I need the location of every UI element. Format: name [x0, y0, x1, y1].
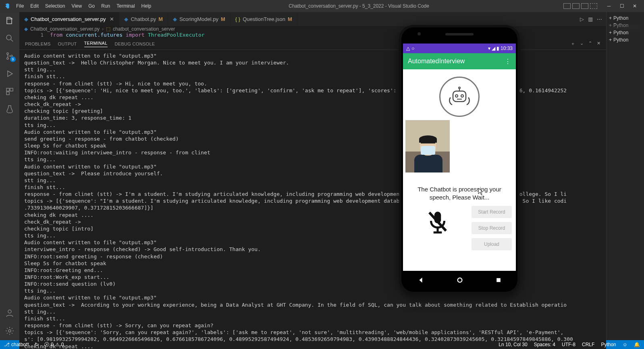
nav-back-icon[interactable]: [417, 276, 424, 284]
tab-questiontree[interactable]: { } QuestionTree.json M: [231, 12, 297, 26]
menu-run[interactable]: Run: [98, 3, 113, 9]
terminal-item[interactable]: +Python: [608, 15, 642, 22]
menu-file[interactable]: File: [13, 3, 27, 9]
source-control-icon[interactable]: 9: [4, 51, 15, 61]
nav-recents-icon[interactable]: [495, 277, 502, 283]
breadcrumb-file[interactable]: Chatbot_conversation_server.py: [30, 26, 100, 32]
breadcrumb-symbol[interactable]: chatbot_conversation_server: [113, 26, 175, 32]
chevron-right-icon: ›: [102, 26, 104, 32]
layout-icon[interactable]: [590, 3, 597, 9]
app-bar: AutomatedInterview ⋮: [403, 53, 516, 69]
start-record-button[interactable]: Start Record: [472, 206, 512, 218]
svg-rect-9: [453, 91, 466, 102]
layout-icon[interactable]: [572, 3, 580, 9]
nav-home-icon[interactable]: [456, 276, 463, 284]
status-sync[interactable]: ↻: [35, 342, 39, 347]
terminal-label: Python: [613, 15, 628, 21]
status-eol[interactable]: CRLF: [582, 342, 594, 347]
search-icon[interactable]: [4, 33, 15, 44]
status-notifications-icon[interactable]: 🔔: [634, 342, 640, 347]
layout-controls[interactable]: [563, 3, 597, 9]
warning-icon: ⚠: [55, 342, 60, 347]
svg-point-14: [458, 278, 462, 283]
terminal-list: +Python +Python +Python +Python: [606, 12, 644, 340]
menu-terminal[interactable]: Terminal: [113, 3, 138, 9]
minimap[interactable]: [609, 24, 641, 30]
line-number: 1: [31, 32, 44, 38]
maximize-button[interactable]: ☐: [616, 2, 628, 10]
status-branch[interactable]: ⎇chatbot*: [4, 342, 29, 347]
tab-scoringmodel[interactable]: ◆ ScoringModel.py M: [168, 12, 231, 26]
account-icon[interactable]: [4, 308, 15, 318]
status-spaces[interactable]: Spaces: 4: [534, 342, 555, 347]
menu-edit[interactable]: Edit: [27, 3, 42, 9]
tab-close-icon[interactable]: ✕: [110, 16, 114, 22]
layout-icon[interactable]: [581, 3, 588, 9]
status-encoding[interactable]: UTF-8: [562, 342, 575, 347]
tab-label: Chatbot_conversation_server.py: [31, 16, 106, 22]
close-panel-icon[interactable]: ✕: [597, 41, 600, 47]
chevron-down-icon[interactable]: ⌄: [580, 41, 584, 47]
panel-tab-problems[interactable]: PROBLEMS: [25, 42, 51, 46]
phone-screen: △ ○ ▾ ◢ ▮ 10:33 AutomatedInterview ⋮: [403, 44, 516, 271]
menu-help[interactable]: Help: [138, 3, 155, 9]
tab-label: QuestionTree.json: [243, 16, 285, 22]
svg-point-7: [8, 310, 11, 313]
minimize-button[interactable]: ─: [603, 2, 615, 10]
signal-icon: ◢: [492, 46, 495, 51]
settings-gear-icon[interactable]: [4, 326, 15, 336]
vscode-logo-icon: [3, 3, 10, 9]
more-actions-icon[interactable]: ⋯: [597, 16, 602, 22]
modified-dot-icon: M: [158, 16, 163, 22]
svg-point-12: [459, 87, 460, 89]
stop-record-button[interactable]: Stop Record: [472, 222, 512, 234]
status-ln-col[interactable]: Ln 10, Col 30: [499, 342, 527, 347]
menu-view[interactable]: View: [68, 3, 85, 9]
panel-tab-output[interactable]: OUTPUT: [58, 42, 77, 46]
panel-tab-terminal[interactable]: TERMINAL: [84, 41, 108, 47]
clock-text: 10:33: [501, 46, 513, 51]
menu-selection[interactable]: Selection: [42, 3, 68, 9]
status-problems[interactable]: ⓧ0 ⚠0: [44, 341, 64, 348]
upload-button[interactable]: Upload: [472, 238, 512, 250]
warning-triangle-icon: △: [406, 46, 410, 51]
plus-icon: +: [609, 37, 612, 43]
terminal-item[interactable]: +Python: [608, 29, 642, 36]
run-debug-icon[interactable]: [4, 69, 15, 79]
close-button[interactable]: ✕: [629, 2, 641, 10]
split-editor-icon[interactable]: ▥: [588, 16, 593, 22]
python-file-icon: ◆: [173, 16, 177, 22]
explorer-icon[interactable]: [4, 15, 15, 26]
panel-tab-debug-console[interactable]: DEBUG CONSOLE: [115, 42, 155, 46]
tab-chatbot-server[interactable]: ◆ Chatbot_conversation_server.py ✕: [19, 12, 119, 26]
plus-icon: +: [609, 30, 612, 35]
run-file-icon[interactable]: ▷: [580, 16, 584, 22]
terminal-label: Python: [613, 30, 628, 35]
android-emulator: △ ○ ▾ ◢ ▮ 10:33 AutomatedInterview ⋮: [399, 25, 520, 294]
phone-speaker-icon: [445, 33, 474, 35]
new-terminal-icon[interactable]: ＋: [571, 41, 575, 47]
testing-icon[interactable]: [4, 104, 15, 114]
status-language[interactable]: Python: [601, 342, 616, 347]
extensions-icon[interactable]: [4, 86, 15, 97]
status-feedback-icon[interactable]: ☺: [623, 342, 627, 347]
svg-point-1: [7, 53, 8, 54]
breadcrumb[interactable]: ◆ Chatbot_conversation_server.py › ⬚ cha…: [19, 26, 606, 32]
scm-badge: 9: [10, 56, 16, 62]
camera-preview: [405, 120, 450, 172]
plus-icon: +: [609, 15, 612, 21]
layout-icon[interactable]: [563, 3, 571, 9]
android-nav-bar: [401, 274, 517, 286]
python-file-icon: ◆: [24, 26, 28, 32]
menu-go[interactable]: Go: [85, 3, 98, 9]
tab-label: Chatbot.py: [131, 16, 156, 22]
tab-chatbot[interactable]: ◆ Chatbot.py M: [119, 12, 168, 26]
maximize-panel-icon[interactable]: ⌃: [588, 41, 592, 47]
wifi-icon: ▾: [488, 46, 490, 51]
overflow-menu-icon[interactable]: ⋮: [505, 58, 511, 65]
svg-point-0: [6, 35, 11, 40]
processing-status-text: The Chatbot is processing your speech, P…: [405, 185, 513, 201]
terminal-item[interactable]: +Python: [608, 36, 642, 44]
svg-point-2: [7, 58, 8, 59]
robot-avatar-icon: [439, 77, 480, 117]
